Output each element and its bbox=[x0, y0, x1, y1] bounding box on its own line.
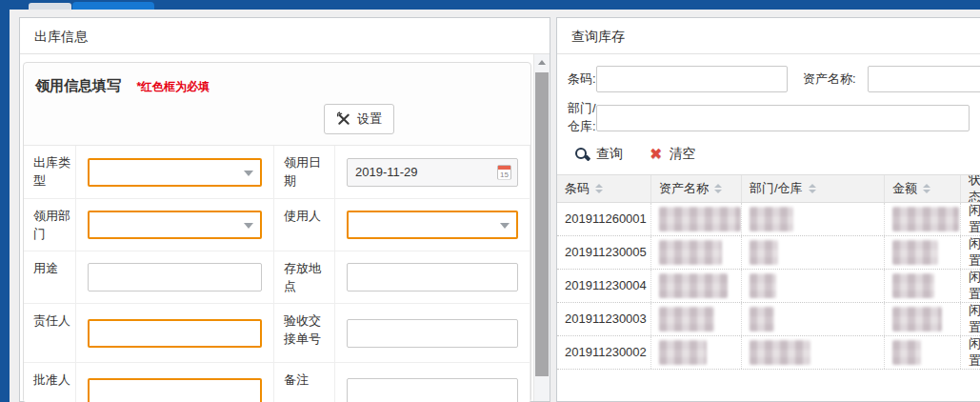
inventory-table: 条码 资产名称 部门/仓库 金额 状态 201911260001 bbox=[557, 174, 980, 370]
col-header-dept-warehouse[interactable]: 部门/仓库 bbox=[742, 175, 885, 202]
user-input[interactable] bbox=[347, 211, 518, 239]
left-edge-strip bbox=[0, 0, 10, 402]
label-asset-name: 资产名称: bbox=[803, 70, 868, 89]
cell-status: 闲置 bbox=[961, 270, 980, 302]
table-row[interactable]: 201911230003 闲置 bbox=[557, 303, 980, 336]
col-header-amount[interactable]: 金额 bbox=[885, 175, 961, 202]
redacted-amount bbox=[892, 207, 959, 231]
label-requisition-dept: 领用部门 bbox=[24, 199, 76, 251]
redacted-amount bbox=[892, 307, 942, 332]
outbound-type-input[interactable] bbox=[88, 158, 262, 187]
approver-field[interactable] bbox=[88, 378, 262, 402]
remarks-field[interactable] bbox=[347, 378, 518, 402]
scrollbar-up-arrow-icon[interactable] bbox=[534, 54, 550, 70]
acceptance-no-field[interactable] bbox=[347, 319, 518, 348]
requisition-date-input[interactable] bbox=[347, 158, 518, 187]
redacted-dept-warehouse bbox=[750, 240, 778, 265]
requisition-dept-input[interactable] bbox=[88, 211, 262, 239]
redacted-amount bbox=[892, 340, 921, 365]
redacted-asset-name bbox=[659, 340, 707, 365]
cell-barcode: 201911230003 bbox=[557, 303, 651, 335]
sort-icon[interactable] bbox=[809, 184, 816, 193]
scrollbar-thumb[interactable] bbox=[535, 72, 549, 376]
cell-barcode: 201911230005 bbox=[557, 236, 651, 269]
table-header-row: 条码 资产名称 部门/仓库 金额 状态 bbox=[557, 175, 980, 203]
tab-inactive[interactable] bbox=[29, 3, 71, 10]
redacted-amount bbox=[892, 240, 938, 265]
query-button[interactable]: 查询 bbox=[574, 146, 623, 163]
label-storage-location: 存放地点 bbox=[274, 251, 335, 304]
top-bar bbox=[0, 0, 980, 10]
redacted-dept-warehouse bbox=[750, 340, 810, 365]
table-row[interactable]: 201911260001 闲置 bbox=[557, 203, 980, 236]
clear-button-label: 清空 bbox=[669, 146, 695, 163]
chevron-down-icon bbox=[500, 223, 510, 229]
redacted-amount bbox=[892, 273, 934, 298]
query-button-label: 查询 bbox=[596, 146, 623, 163]
purpose-input[interactable] bbox=[88, 263, 262, 291]
col-header-barcode[interactable]: 条码 bbox=[557, 175, 651, 202]
cell-status: 闲置 bbox=[961, 236, 980, 269]
cell-status: 闲置 bbox=[961, 203, 980, 235]
storage-location-field[interactable] bbox=[347, 263, 518, 291]
col-header-asset-name[interactable]: 资产名称 bbox=[651, 175, 742, 202]
requisition-dept-select[interactable] bbox=[88, 211, 262, 239]
label-acceptance-no: 验收交接单号 bbox=[274, 304, 335, 363]
purpose-field[interactable] bbox=[88, 263, 262, 291]
redacted-asset-name bbox=[659, 307, 714, 332]
cell-barcode: 201911230004 bbox=[557, 270, 651, 302]
responsible-person-input[interactable] bbox=[88, 319, 262, 348]
cell-status: 闲置 bbox=[961, 303, 980, 335]
label-user: 使用人 bbox=[274, 199, 335, 251]
calendar-icon[interactable]: 15 bbox=[497, 165, 511, 180]
remarks-input[interactable] bbox=[347, 378, 518, 402]
table-row[interactable]: 201911230002 闲置 bbox=[557, 336, 980, 370]
dept-warehouse-search-input[interactable] bbox=[596, 105, 970, 131]
sort-icon[interactable] bbox=[714, 184, 722, 193]
inventory-panel-title: 查询库存 bbox=[557, 18, 980, 54]
label-remarks: 备注 bbox=[274, 363, 335, 402]
label-dept-warehouse: 部门/仓库: bbox=[568, 100, 596, 136]
label-barcode: 条码: bbox=[568, 70, 596, 89]
vertical-scrollbar[interactable] bbox=[533, 54, 550, 401]
cell-barcode: 201911230002 bbox=[557, 336, 651, 369]
approver-input[interactable] bbox=[88, 378, 262, 402]
settings-button-label: 设置 bbox=[357, 111, 382, 128]
calendar-day: 15 bbox=[498, 171, 510, 180]
chevron-down-icon bbox=[244, 223, 253, 229]
table-row[interactable]: 201911230004 闲置 bbox=[557, 270, 980, 303]
storage-location-input[interactable] bbox=[347, 263, 518, 291]
cell-barcode: 201911260001 bbox=[557, 203, 651, 235]
clear-button[interactable]: ✖ 清空 bbox=[650, 146, 695, 163]
table-row[interactable]: 201911230005 闲置 bbox=[557, 236, 980, 270]
responsible-person-field[interactable] bbox=[88, 319, 262, 348]
redacted-asset-name bbox=[659, 207, 741, 231]
settings-button[interactable]: 设置 bbox=[324, 104, 394, 134]
sort-icon[interactable] bbox=[923, 184, 930, 193]
crossed-tools-icon bbox=[336, 111, 351, 127]
sort-icon[interactable] bbox=[595, 184, 603, 193]
cell-status: 闲置 bbox=[961, 336, 980, 369]
label-outbound-type: 出库类型 bbox=[24, 146, 76, 199]
clear-x-icon: ✖ bbox=[650, 147, 662, 162]
tab-active[interactable] bbox=[72, 2, 154, 10]
redacted-dept-warehouse bbox=[750, 307, 774, 332]
label-responsible-person: 责任人 bbox=[24, 304, 76, 363]
redacted-dept-warehouse bbox=[750, 207, 793, 231]
asset-name-search-input[interactable] bbox=[868, 66, 980, 92]
acceptance-no-input[interactable] bbox=[347, 319, 518, 348]
col-header-status[interactable]: 状态 bbox=[961, 175, 980, 202]
inventory-query-panel: 查询库存 条码: 资产名称: 部门/仓库: 查询 ✖ 清空 条码 bbox=[556, 17, 980, 402]
redacted-asset-name bbox=[659, 273, 728, 298]
label-approver: 批准人 bbox=[24, 363, 76, 402]
requisition-form-box: 领用信息填写 *红色框为必填 设置 出库类型 bbox=[23, 62, 531, 402]
requisition-date-picker[interactable]: 15 bbox=[347, 158, 518, 187]
outbound-type-select[interactable] bbox=[88, 158, 262, 187]
redacted-dept-warehouse bbox=[750, 273, 776, 298]
chevron-down-icon bbox=[244, 171, 253, 176]
label-requisition-date: 领用日期 bbox=[274, 146, 335, 199]
user-select[interactable] bbox=[347, 211, 518, 239]
label-purpose: 用途 bbox=[24, 251, 76, 304]
barcode-search-input[interactable] bbox=[596, 66, 788, 92]
section-head: 领用信息填写 *红色框为必填 bbox=[24, 63, 530, 95]
